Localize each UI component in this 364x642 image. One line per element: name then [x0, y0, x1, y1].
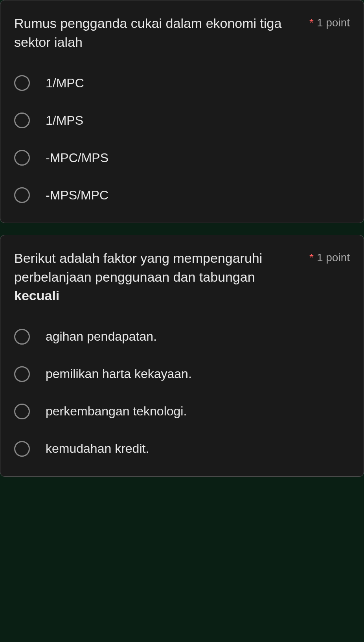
radio-option[interactable]: 1/MPC [14, 75, 350, 91]
options-group: agihan pendapatan. pemilikan harta kekay… [14, 329, 350, 457]
question-text-plain: Rumus pengganda cukai dalam ekonomi tiga… [14, 16, 281, 50]
option-label: 1/MPC [46, 76, 84, 90]
radio-option[interactable]: agihan pendapatan. [14, 329, 350, 345]
question-text: Rumus pengganda cukai dalam ekonomi tiga… [14, 14, 309, 52]
radio-option[interactable]: -MPS/MPC [14, 187, 350, 203]
radio-icon [14, 113, 30, 128]
option-label: 1/MPS [46, 113, 83, 128]
option-label: agihan pendapatan. [46, 329, 157, 344]
radio-option[interactable]: kemudahan kredit. [14, 441, 350, 457]
options-group: 1/MPC 1/MPS -MPC/MPS -MPS/MPC [14, 75, 350, 203]
points-label: 1 point [317, 17, 350, 29]
required-star-icon: * [309, 251, 314, 264]
required-star-icon: * [309, 17, 314, 29]
points-badge: * 1 point [309, 14, 350, 29]
option-label: -MPC/MPS [46, 151, 108, 165]
option-label: perkembangan teknologi. [46, 404, 187, 419]
question-text-bold: kecuali [14, 288, 59, 303]
question-header: Berikut adalah faktor yang mempengaruhi … [14, 249, 350, 305]
question-card: Rumus pengganda cukai dalam ekonomi tiga… [0, 0, 364, 223]
radio-icon [14, 441, 30, 457]
radio-icon [14, 329, 30, 345]
option-label: -MPS/MPC [46, 188, 108, 203]
option-label: kemudahan kredit. [46, 441, 149, 456]
option-label: pemilikan harta kekayaan. [46, 367, 192, 381]
question-card: Berikut adalah faktor yang mempengaruhi … [0, 235, 364, 477]
radio-icon [14, 404, 30, 419]
radio-option[interactable]: -MPC/MPS [14, 150, 350, 166]
radio-icon [14, 187, 30, 203]
radio-option[interactable]: pemilikan harta kekayaan. [14, 366, 350, 382]
radio-option[interactable]: 1/MPS [14, 113, 350, 128]
points-label: 1 point [317, 251, 350, 264]
question-text-plain: Berikut adalah faktor yang mempengaruhi … [14, 251, 262, 284]
question-header: Rumus pengganda cukai dalam ekonomi tiga… [14, 14, 350, 52]
radio-icon [14, 366, 30, 382]
radio-option[interactable]: perkembangan teknologi. [14, 404, 350, 419]
question-text: Berikut adalah faktor yang mempengaruhi … [14, 249, 309, 305]
radio-icon [14, 75, 30, 91]
points-badge: * 1 point [309, 249, 350, 264]
radio-icon [14, 150, 30, 166]
